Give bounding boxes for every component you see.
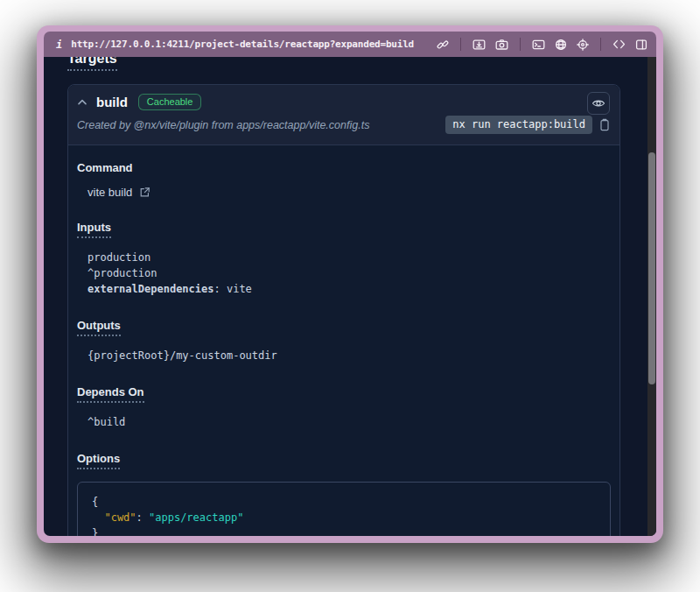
screenshot-button[interactable] [472,39,486,51]
view-in-graph-button[interactable] [587,92,610,115]
depends-on-item: ^build [88,414,611,430]
run-command-chip[interactable]: nx run reactapp:build [445,116,592,134]
inputs-heading: Inputs [77,221,611,238]
command-link[interactable]: vite build [88,186,611,199]
output-item: {projectRoot}/my-custom-outdir [88,348,611,363]
screenshot-icon [472,39,486,51]
copy-icon [599,118,610,131]
input-item: production [88,250,611,265]
target-name: build [96,95,128,109]
camera-button[interactable] [495,39,508,51]
targets-heading: Targets [67,57,621,71]
scrollbar-track[interactable] [648,57,656,536]
copy-command-button[interactable] [599,118,610,131]
options-heading: Options [77,452,611,469]
code-icon [612,39,626,50]
target-icon [577,39,589,51]
split-view-icon [635,39,648,51]
toolbar-divider [520,38,521,51]
target-button[interactable] [577,39,589,51]
command-heading: Command [77,161,611,174]
chevron-up-icon [77,97,88,108]
external-link-icon [139,187,150,198]
terminal-button[interactable] [532,39,545,51]
browser-toolbar [437,38,648,51]
input-item: ^production [88,265,611,281]
code-line: { [92,494,596,510]
toolbar-divider [600,38,601,51]
code-line: } [92,525,596,536]
run-command-group: nx run reactapp:build [445,116,611,134]
input-item: externalDependencies: vite [88,281,611,297]
terminal-icon [532,39,545,51]
cacheable-badge: Cacheable [138,94,202,110]
scrollbar-thumb[interactable] [648,152,655,384]
build-card-header[interactable]: build Cacheable Created by @nx/vite/plug… [68,85,620,144]
outputs-heading: Outputs [77,319,611,336]
url-text: http://127.0.0.1:4211/project-details/re… [71,39,414,50]
link-icon [437,39,449,51]
code-line: "cwd": "apps/reactapp" [92,510,596,525]
camera-icon [495,39,508,51]
build-card-body: Command vite build Inputs [68,145,620,536]
split-view-button[interactable] [635,39,648,51]
target-card-build: build Cacheable Created by @nx/vite/plug… [67,84,620,536]
url-bar: i http://127.0.0.1:4211/project-details/… [44,32,656,57]
page-content: Targets build Cacheable [44,57,656,536]
eye-icon [592,97,606,109]
link-button[interactable] [437,39,449,51]
toolbar-divider [460,38,461,51]
code-button[interactable] [612,39,626,50]
globe-button[interactable] [555,39,567,51]
options-code-block: { "cwd": "apps/reactapp" } [77,482,611,536]
globe-icon [555,39,567,51]
browser-window: i http://127.0.0.1:4211/project-details/… [37,25,663,543]
depends-on-heading: Depends On [77,385,611,403]
created-by-text: Created by @nx/vite/plugin from apps/rea… [77,119,369,131]
info-icon: i [56,39,62,51]
